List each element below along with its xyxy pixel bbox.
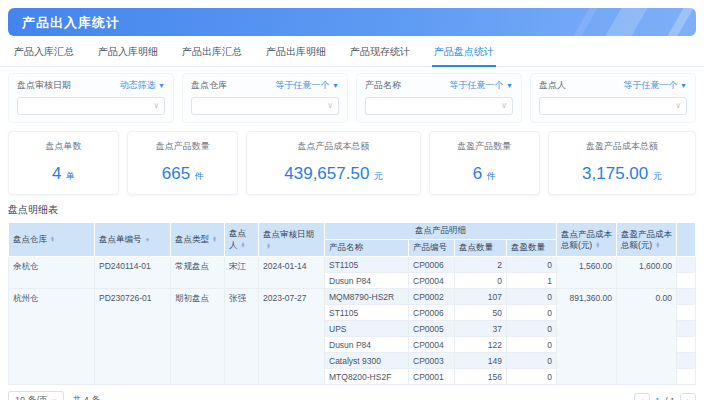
- chevron-down-icon: ∨: [501, 101, 507, 110]
- tab-1[interactable]: 产品入库汇总: [12, 43, 76, 66]
- filter-operator-link[interactable]: 动态筛选 ▼: [120, 79, 165, 92]
- filler-cell: [677, 369, 696, 385]
- banner-decoration: [593, 8, 654, 36]
- order-person-cell: 张强: [225, 289, 259, 385]
- sort-desc-icon: ▼: [241, 245, 246, 249]
- product-name-cell: MTQ8200-HS2F: [325, 369, 409, 385]
- column-filter-icon[interactable]: ▼: [145, 237, 151, 243]
- col-header[interactable]: 盘点人▲▼: [225, 223, 259, 257]
- stat-card-value: 665 件: [130, 164, 235, 184]
- product-code-cell: CP0004: [409, 337, 455, 353]
- sort-icon[interactable]: ▲▼: [266, 243, 271, 250]
- prev-page-button[interactable]: ‹: [634, 393, 650, 400]
- stat-card-label: 盘盈产品成本总额: [551, 140, 693, 153]
- filter-label: 盘点审核日期: [17, 79, 71, 92]
- stat-card-unit: 件: [192, 171, 204, 181]
- order-audit-date-cell: 2024-01-14: [259, 257, 325, 289]
- count-qty-cell: 149: [455, 353, 507, 369]
- filter-operator-link[interactable]: 等于任意一个 ▼: [276, 79, 339, 92]
- filler-cell: [677, 257, 696, 273]
- filter-header-row: 产品名称等于任意一个 ▼: [365, 79, 513, 92]
- chevron-down-icon: ∨: [153, 101, 159, 110]
- surplus-cost-total-cell: 1,600.00: [617, 257, 677, 289]
- filter-select[interactable]: ∨: [17, 97, 165, 115]
- product-name-cell: ST1105: [325, 305, 409, 321]
- col-header[interactable]: 盘点审核日期▲▼: [259, 223, 325, 257]
- order-no-cell: PD230726-01: [95, 289, 171, 385]
- stocktake-table: 盘点仓库▲▼盘点单编号▼盘点类型▲▼盘点人▲▼盘点审核日期▲▼盘点产品明细盘点产…: [8, 222, 696, 385]
- sort-icon[interactable]: ▲▼: [595, 242, 600, 249]
- stat-card-unit: 件: [484, 171, 496, 181]
- tab-5[interactable]: 产品现存统计: [348, 43, 412, 66]
- stat-card-3: 盘点产品成本总额439,657.50 元: [246, 131, 420, 195]
- count-qty-cell: 156: [455, 369, 507, 385]
- col-header[interactable]: 盘点类型▲▼: [171, 223, 225, 257]
- count-qty-cell: 0: [455, 273, 507, 289]
- page-header-banner: 产品出入库统计: [8, 8, 696, 36]
- sort-icon[interactable]: ▲▼: [655, 242, 660, 249]
- sub-col-header[interactable]: 产品名称: [325, 240, 409, 257]
- product-name-cell: MQM8790-HS2R: [325, 289, 409, 305]
- order-no-cell: PD240114-01: [95, 257, 171, 289]
- caret-down-icon: ▼: [332, 82, 339, 89]
- stat-card-value: 3,175.00 元: [551, 164, 693, 184]
- sub-col-header[interactable]: 盘盈数量: [507, 240, 557, 257]
- tab-4[interactable]: 产品出库明细: [264, 43, 328, 66]
- tab-3[interactable]: 产品出库汇总: [180, 43, 244, 66]
- product-code-cell: CP0002: [409, 289, 455, 305]
- order-person-cell: 宋江: [225, 257, 259, 289]
- filter-select[interactable]: ∨: [539, 97, 687, 115]
- group-header: 盘点产品明细: [325, 223, 557, 240]
- sub-col-header[interactable]: 盘点数量: [455, 240, 507, 257]
- sort-icon[interactable]: ▲▼: [241, 242, 246, 249]
- order-type-cell: 常规盘点: [171, 257, 225, 289]
- count-qty-cell: 107: [455, 289, 507, 305]
- cost-total-cell: 891,360.00: [557, 289, 617, 385]
- sort-icon[interactable]: ▲▼: [50, 236, 55, 243]
- filter-operator-link[interactable]: 等于任意一个 ▼: [450, 79, 513, 92]
- count-qty-cell: 122: [455, 337, 507, 353]
- col-header[interactable]: 盘点单编号▼: [95, 223, 171, 257]
- product-name-cell: ST1105: [325, 257, 409, 273]
- stat-card-unit: 元: [650, 171, 662, 181]
- table-title: 盘点明细表: [8, 203, 696, 217]
- order-audit-date-cell: 2023-07-27: [259, 289, 325, 385]
- sort-desc-icon: ▼: [212, 239, 217, 243]
- filter-select[interactable]: ∨: [365, 97, 513, 115]
- filter-box-2: 盘点仓库等于任意一个 ▼∨: [182, 73, 348, 123]
- sub-col-header[interactable]: 产品编号: [409, 240, 455, 257]
- table-row: 杭州仓PD230726-01期初盘点张强2023-07-27MQM8790-HS…: [9, 289, 696, 305]
- caret-down-icon: ▼: [680, 82, 687, 89]
- sort-desc-icon: ▼: [595, 245, 600, 249]
- tab-6[interactable]: 产品盘点统计: [432, 43, 496, 67]
- surplus-cost-total-cell: 0.00: [617, 289, 677, 385]
- count-qty-cell: 50: [455, 305, 507, 321]
- caret-down-icon: ▼: [158, 82, 165, 89]
- count-qty-cell: 37: [455, 321, 507, 337]
- filter-label: 产品名称: [365, 79, 401, 92]
- sort-desc-icon: ▼: [655, 245, 660, 249]
- tab-2[interactable]: 产品入库明细: [96, 43, 160, 66]
- filter-box-1: 盘点审核日期动态筛选 ▼∨: [8, 73, 174, 123]
- pagination-bar: 10 条/页 ∨ 共 4 条 ‹ 1 / 1 ›: [8, 391, 696, 400]
- filter-select[interactable]: ∨: [191, 97, 339, 115]
- page-size-select[interactable]: 10 条/页 ∨: [8, 391, 64, 400]
- next-page-button[interactable]: ›: [680, 393, 696, 400]
- sort-icon[interactable]: ▲▼: [212, 236, 217, 243]
- stat-card-4: 盘盈产品数量6 件: [429, 131, 540, 195]
- amount-col-header[interactable]: 盘盈产品成本总额(元)▲▼: [617, 223, 677, 257]
- chevron-down-icon: ∨: [675, 101, 681, 110]
- banner-decoration: [561, 8, 604, 36]
- amount-col-header[interactable]: 盘点产品成本总额(元)▲▼: [557, 223, 617, 257]
- filter-label: 盘点人: [539, 79, 566, 92]
- stat-card-unit: 单: [64, 171, 76, 181]
- col-header[interactable]: 盘点仓库▲▼: [9, 223, 95, 257]
- stat-card-unit: 元: [371, 171, 383, 181]
- filler-cell: [677, 321, 696, 337]
- count-qty-cell: 2: [455, 257, 507, 273]
- order-type-cell: 期初盘点: [171, 289, 225, 385]
- product-name-cell: Catalyst 9300: [325, 353, 409, 369]
- filter-operator-link[interactable]: 等于任意一个 ▼: [624, 79, 687, 92]
- surplus-qty-cell: 1: [507, 273, 557, 289]
- product-code-cell: CP0006: [409, 305, 455, 321]
